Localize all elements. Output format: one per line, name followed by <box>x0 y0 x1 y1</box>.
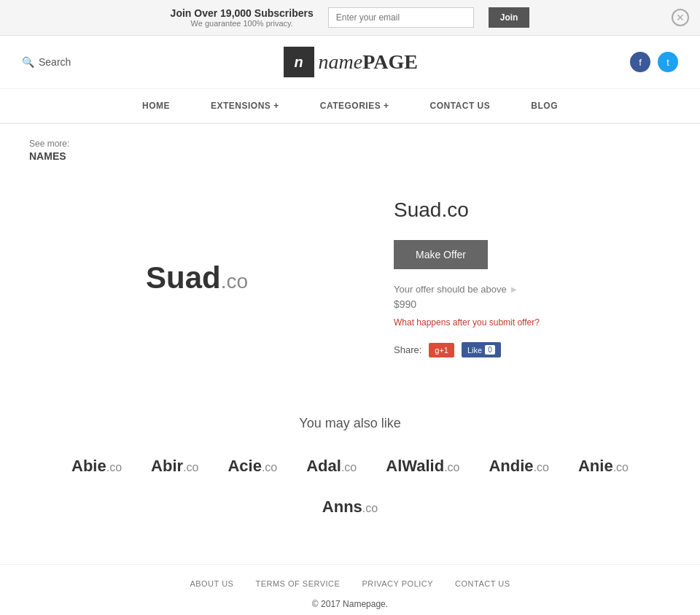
share-label: Share: <box>394 344 421 355</box>
gplus-button[interactable]: g+1 <box>429 343 454 357</box>
nav-home[interactable]: HOME <box>136 89 176 124</box>
nav-categories[interactable]: CATEGORIES + <box>314 89 395 124</box>
banner-title: Join Over 19,000 Subscribers <box>171 7 314 19</box>
close-banner-button[interactable]: ✕ <box>672 9 689 26</box>
names-link[interactable]: NAMES <box>29 150 671 162</box>
top-banner: Join Over 19,000 Subscribers We guarante… <box>0 0 700 36</box>
logo-icon-letter: n <box>294 54 303 71</box>
domain-info: Suad.co Make Offer Your offer should be … <box>394 184 671 372</box>
footer-privacy[interactable]: PRIVACY POLICY <box>362 579 433 588</box>
offer-info-text: Your offer should be above <box>394 284 507 295</box>
fb-like-count: 0 <box>485 345 495 355</box>
list-item[interactable]: AlWalid.co <box>378 453 467 479</box>
list-item[interactable]: Anie.co <box>571 453 636 479</box>
domain-grid-row2: Anns.co <box>29 494 671 520</box>
list-item[interactable]: Anns.co <box>315 494 385 520</box>
nav-blog[interactable]: BLOG <box>525 89 564 124</box>
nav-extensions[interactable]: EXTENSIONS + <box>205 89 285 124</box>
domain-title: Suad.co <box>394 198 671 222</box>
list-item[interactable]: Acie.co <box>220 453 284 479</box>
domain-name-part: Suad <box>146 260 221 295</box>
facebook-icon[interactable]: f <box>630 52 650 72</box>
logo-text: namePAGE <box>319 50 418 74</box>
search-area[interactable]: 🔍 Search <box>22 56 71 68</box>
domain-tld-part: .co <box>221 270 248 293</box>
join-button[interactable]: Join <box>489 7 530 28</box>
nav-contact[interactable]: CONTACT US <box>424 89 497 124</box>
offer-amount: $990 <box>394 298 671 310</box>
email-input[interactable] <box>328 7 474 28</box>
domain-grid: Abie.co Abir.co Acie.co Adal.co AlWalid.… <box>29 453 671 479</box>
footer-copy-year: © 2017 <box>312 599 341 609</box>
logo-icon: n <box>284 47 314 77</box>
what-happens-link[interactable]: What happens after you submit offer? <box>394 317 671 328</box>
footer-about-us[interactable]: ABOUT US <box>190 579 233 588</box>
logo-suffix: PAGE <box>362 50 418 73</box>
footer-terms[interactable]: TERMS OF SERVICE <box>255 579 340 588</box>
main-content: Suad.co Suad.co Make Offer Your offer sh… <box>0 177 700 401</box>
footer-contact[interactable]: CONTACT US <box>455 579 510 588</box>
twitter-icon[interactable]: t <box>658 52 678 72</box>
social-icons: f t <box>630 52 678 72</box>
also-like-title: You may also like <box>29 416 671 431</box>
banner-text: Join Over 19,000 Subscribers We guarante… <box>171 7 314 28</box>
list-item[interactable]: Abir.co <box>144 453 206 479</box>
make-offer-button[interactable]: Make Offer <box>394 240 488 269</box>
main-nav: HOME EXTENSIONS + CATEGORIES + CONTACT U… <box>0 89 700 124</box>
see-more-label: See more: <box>29 139 69 149</box>
facebook-like-button[interactable]: Like 0 <box>462 342 501 357</box>
logo-area: n namePAGE <box>284 47 418 77</box>
list-item[interactable]: Abie.co <box>64 453 129 479</box>
also-like-section: You may also like Abie.co Abir.co Acie.c… <box>0 401 700 564</box>
share-area: Share: g+1 Like 0 <box>394 342 671 357</box>
arrow-right-icon: ▶ <box>511 285 517 293</box>
offer-info: Your offer should be above ▶ <box>394 284 671 295</box>
header: 🔍 Search n namePAGE f t <box>0 36 700 89</box>
footer-brand: Namepage. <box>343 599 388 609</box>
banner-subtitle: We guarantee 100% privacy. <box>171 19 314 28</box>
search-label: Search <box>39 56 71 68</box>
fb-like-label: Like <box>467 346 482 355</box>
footer: ABOUT US TERMS OF SERVICE PRIVACY POLICY… <box>0 564 700 615</box>
footer-copy: © 2017 Namepage. <box>29 599 671 609</box>
list-item[interactable]: Andie.co <box>481 453 556 479</box>
domain-preview: Suad.co <box>29 184 365 372</box>
logo-name: name <box>319 50 363 73</box>
footer-links: ABOUT US TERMS OF SERVICE PRIVACY POLICY… <box>29 579 671 588</box>
breadcrumb: See more: NAMES <box>0 124 700 177</box>
logo-link[interactable]: n namePAGE <box>284 47 418 77</box>
domain-logo-display: Suad.co <box>146 260 248 295</box>
list-item[interactable]: Adal.co <box>299 453 364 479</box>
search-icon: 🔍 <box>22 56 34 68</box>
